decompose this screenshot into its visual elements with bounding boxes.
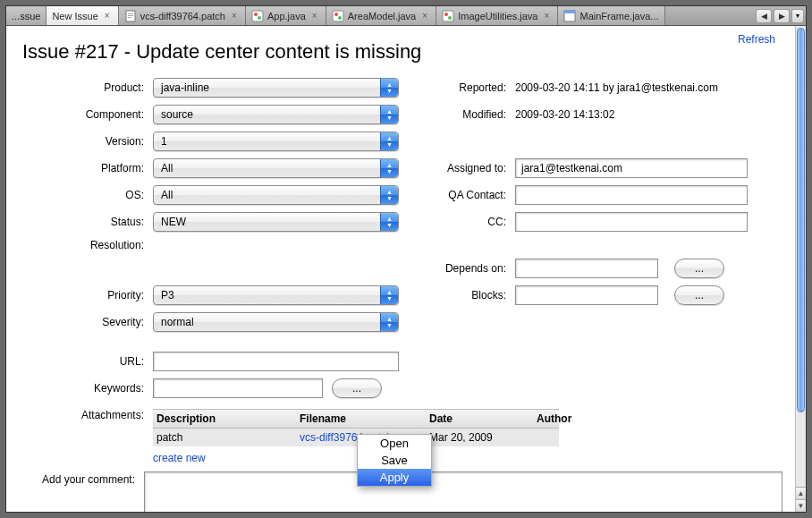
updown-icon: ▲▼: [380, 186, 398, 204]
label-status: Status:: [19, 216, 144, 228]
attachments-header: Description Filename Date Author: [153, 409, 559, 429]
close-icon[interactable]: ×: [102, 11, 113, 21]
tab-imageutilities-java[interactable]: ImageUtilities.java ×: [436, 6, 558, 25]
svg-point-8: [334, 13, 338, 16]
tab-new-issue[interactable]: New Issue ×: [47, 6, 118, 25]
url-input[interactable]: [153, 352, 399, 371]
tab-mainframe-java[interactable]: MainFrame.java...: [558, 6, 664, 25]
cell-date: Mar 20, 2009: [426, 429, 533, 446]
tab-label: New Issue: [52, 11, 97, 21]
close-icon[interactable]: ×: [541, 11, 552, 21]
form-grid: Product: java-inline ▲▼ Reported: 2009-0…: [19, 78, 782, 464]
scrollbar-up[interactable]: ▲: [796, 487, 806, 499]
select-value: NEW: [161, 216, 186, 228]
updown-icon: ▲▼: [380, 132, 398, 150]
select-value: 1: [161, 135, 167, 148]
ctx-open[interactable]: Open: [358, 435, 431, 452]
scrollbar-thumb[interactable]: [797, 28, 805, 412]
svg-point-6: [258, 16, 261, 20]
attachments-table: Description Filename Date Author patch v…: [153, 409, 559, 446]
col-author: Author: [533, 410, 575, 428]
label-version: Version:: [19, 135, 144, 148]
comment-textarea[interactable]: [144, 471, 782, 512]
qacontact-input[interactable]: [515, 185, 748, 205]
svg-rect-4: [252, 11, 263, 21]
tab-vcs-diff[interactable]: vcs-diff39764.patch ×: [119, 6, 246, 25]
priority-select[interactable]: P3 ▲▼: [153, 285, 399, 305]
label-blocks: Blocks:: [408, 289, 506, 301]
tab-label: AreaModel.java: [348, 11, 416, 21]
version-select[interactable]: 1 ▲▼: [153, 132, 399, 151]
close-icon[interactable]: ×: [309, 11, 320, 21]
close-icon[interactable]: ×: [419, 11, 430, 21]
file-icon: [124, 10, 137, 22]
platform-select[interactable]: All ▲▼: [153, 158, 399, 178]
svg-point-5: [254, 13, 258, 16]
issue-title: Issue #217 - Update center content is mi…: [22, 40, 782, 64]
component-select[interactable]: source ▲▼: [153, 105, 399, 124]
depends-input[interactable]: [515, 259, 658, 278]
blocks-browse-button[interactable]: ...: [674, 285, 724, 305]
tab-scroll-right[interactable]: ▶: [774, 9, 790, 23]
tab-bar: ...ssue New Issue × vcs-diff39764.patch …: [6, 6, 806, 26]
blocks-input[interactable]: [515, 285, 658, 305]
select-value: java-inline: [161, 81, 209, 94]
severity-select[interactable]: normal ▲▼: [153, 312, 399, 332]
window: ...ssue New Issue × vcs-diff39764.patch …: [5, 5, 807, 513]
tab-label: App.java: [267, 11, 306, 21]
java-icon: [332, 10, 344, 22]
depends-browse-button[interactable]: ...: [674, 259, 724, 278]
label-keywords: Keywords:: [19, 382, 144, 395]
select-value: P3: [161, 289, 174, 301]
modified-value: 2009-03-20 14:13:02: [515, 108, 782, 121]
col-description: Description: [153, 410, 296, 428]
scrollbar-down[interactable]: ▼: [796, 499, 806, 512]
updown-icon: ▲▼: [380, 106, 398, 123]
tab-label: ...ssue: [12, 11, 40, 21]
status-select[interactable]: NEW ▲▼: [153, 212, 399, 232]
ctx-save[interactable]: Save: [358, 452, 431, 469]
label-depends: Depends on:: [408, 262, 506, 275]
os-select[interactable]: All ▲▼: [153, 185, 399, 205]
keywords-browse-button[interactable]: ...: [332, 378, 382, 398]
tab-list-dropdown[interactable]: ▾: [791, 9, 804, 23]
label-os: OS:: [19, 189, 144, 201]
form-icon: [563, 10, 576, 22]
label-cc: CC:: [408, 216, 506, 228]
vertical-scrollbar[interactable]: ▲ ▼: [795, 26, 806, 512]
reported-value: 2009-03-20 14:11 by jara1@testkenai.com: [515, 81, 782, 94]
updown-icon: ▲▼: [380, 213, 398, 231]
create-new-link[interactable]: create new: [153, 452, 782, 464]
label-resolution: Resolution:: [19, 239, 144, 251]
attachment-row[interactable]: patch vcs-diff39764.patch Mar 20, 2009: [153, 429, 559, 446]
keywords-input[interactable]: [153, 378, 323, 398]
col-date: Date: [426, 410, 533, 428]
tab-scroll-left[interactable]: ◀: [756, 9, 772, 23]
assigned-input[interactable]: [515, 158, 748, 178]
close-icon[interactable]: ×: [229, 11, 240, 21]
tab-issue-truncated[interactable]: ...ssue: [6, 6, 47, 25]
tab-label: vcs-diff39764.patch: [140, 11, 225, 21]
svg-rect-14: [564, 11, 575, 13]
updown-icon: ▲▼: [380, 313, 398, 331]
tab-app-java[interactable]: App.java ×: [246, 6, 326, 25]
select-value: source: [161, 108, 193, 121]
svg-rect-7: [333, 11, 343, 21]
label-severity: Severity:: [19, 316, 144, 328]
label-platform: Platform:: [19, 162, 144, 174]
product-select[interactable]: java-inline ▲▼: [153, 78, 399, 98]
ctx-apply[interactable]: Apply: [358, 469, 431, 486]
java-icon: [442, 10, 454, 22]
cell-author: [533, 429, 559, 446]
label-component: Component:: [19, 108, 144, 121]
svg-rect-3: [128, 17, 131, 18]
tab-label: ImageUtilities.java: [458, 11, 537, 21]
col-filename: Filename: [296, 410, 426, 428]
tab-areamodel-java[interactable]: AreaModel.java ×: [326, 6, 436, 25]
label-reported: Reported:: [408, 81, 506, 94]
refresh-link[interactable]: Refresh: [738, 33, 775, 46]
label-modified: Modified:: [408, 108, 506, 121]
label-assigned: Assigned to:: [408, 162, 506, 174]
updown-icon: ▲▼: [380, 79, 398, 97]
cc-input[interactable]: [515, 212, 748, 232]
